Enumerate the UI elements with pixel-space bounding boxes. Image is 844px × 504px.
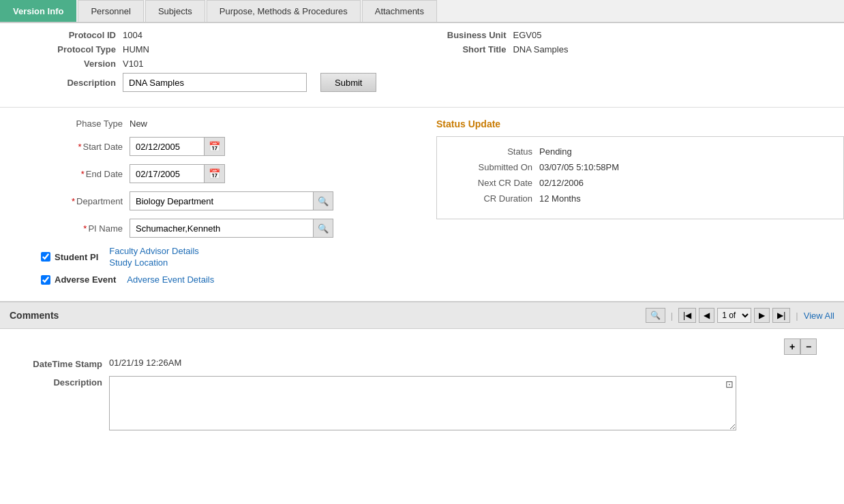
comments-header: Comments 🔍 | |◀ ◀ 1 of 1 ▶ ▶| | View All (0, 302, 844, 329)
short-title-row: Short Title DNA Samples (431, 44, 568, 54)
submitted-on-label: Submitted On (451, 162, 539, 172)
status-row: Status Pending (451, 146, 830, 157)
department-input-wrap: 🔍 (130, 191, 333, 210)
pi-name-input[interactable] (130, 219, 314, 238)
adverse-event-row: Adverse Event Adverse Event Details (41, 274, 436, 285)
business-unit-label: Business Unit (431, 30, 513, 40)
next-cr-date-label: Next CR Date (451, 178, 539, 188)
version-value: V101 (123, 59, 143, 69)
next-cr-date-row: Next CR Date 02/12/2006 (451, 178, 830, 188)
status-value: Pending (539, 146, 572, 157)
business-unit-value: EGV05 (513, 30, 541, 40)
next-cr-date-value: 02/12/2006 (539, 178, 584, 188)
short-title-label: Short Title (431, 44, 513, 54)
short-title-value: DNA Samples (513, 44, 568, 54)
start-date-label: Start Date (41, 142, 130, 152)
phase-type-row: Phase Type New (41, 119, 436, 129)
submitted-on-value: 03/07/05 5:10:58PM (539, 162, 619, 172)
tab-version-info[interactable]: Version Info (0, 0, 76, 22)
tab-attachments[interactable]: Attachments (362, 0, 437, 22)
description-row: Description ⊡ (27, 376, 817, 432)
cr-duration-value: 12 Months (539, 193, 581, 204)
last-page-button[interactable]: ▶| (772, 308, 790, 323)
end-date-label: End Date (41, 169, 130, 179)
datetime-stamp-value: 01/21/19 12:26AM (109, 358, 181, 368)
comments-title: Comments (10, 310, 59, 321)
student-pi-row: Student PI Faculty Advisor Details Study… (41, 246, 436, 268)
page-select[interactable]: 1 of 1 (717, 308, 751, 323)
comments-section: Comments 🔍 | |◀ ◀ 1 of 1 ▶ ▶| | View All… (0, 301, 844, 449)
end-date-row: End Date 📅 (41, 164, 436, 183)
protocol-type-value: HUMN (123, 44, 149, 54)
search-comments-button[interactable]: 🔍 (646, 308, 665, 323)
protocol-info-section: Protocol ID 1004 Protocol Type HUMN Vers… (0, 23, 844, 103)
start-date-row: Start Date 📅 (41, 137, 436, 156)
tab-purpose-methods[interactable]: Purpose, Methods & Procedures (207, 0, 361, 22)
prev-page-button[interactable]: ◀ (699, 308, 714, 323)
pi-name-search-button[interactable]: 🔍 (314, 219, 333, 238)
department-row: Department 🔍 (41, 191, 436, 210)
status-update-title: Status Update (436, 119, 844, 129)
datetime-stamp-row: DateTime Stamp 01/21/19 12:26AM (27, 358, 817, 369)
datetime-stamp-label: DateTime Stamp (27, 358, 109, 369)
faculty-advisor-link[interactable]: Faculty Advisor Details (109, 246, 199, 256)
department-search-button[interactable]: 🔍 (314, 191, 333, 210)
protocol-id-row: Protocol ID 1004 (41, 30, 376, 40)
submitted-on-row: Submitted On 03/07/05 5:10:58PM (451, 162, 830, 172)
tab-personnel[interactable]: Personnel (78, 0, 144, 22)
view-all-link[interactable]: View All (804, 311, 834, 321)
adverse-event-details-link[interactable]: Adverse Event Details (127, 274, 214, 285)
student-pi-label: Student PI (55, 252, 98, 262)
submit-button[interactable]: Submit (320, 73, 376, 92)
business-unit-row: Business Unit EGV05 (431, 30, 568, 40)
version-row: Version V101 (41, 59, 376, 69)
cr-duration-label: CR Duration (451, 193, 539, 204)
version-label: Version (41, 59, 123, 69)
department-input[interactable] (130, 191, 314, 210)
comments-controls: 🔍 | |◀ ◀ 1 of 1 ▶ ▶| | View All (646, 308, 834, 323)
start-date-input[interactable] (130, 137, 205, 156)
protocol-type-label: Protocol Type (41, 44, 123, 54)
protocol-id-value: 1004 (123, 30, 142, 40)
pi-name-input-wrap: 🔍 (130, 219, 333, 238)
phase-section: Phase Type New Start Date 📅 End Date 📅 D… (0, 112, 844, 298)
phase-left-panel: Phase Type New Start Date 📅 End Date 📅 D… (41, 119, 436, 292)
description-input[interactable] (123, 73, 307, 92)
cr-duration-row: CR Duration 12 Months (451, 193, 830, 204)
student-pi-checkbox[interactable] (41, 252, 50, 262)
separator2: | (796, 311, 798, 321)
start-date-calendar-button[interactable]: 📅 (205, 137, 225, 156)
status-update-panel: Status Update Status Pending Submitted O… (436, 119, 844, 292)
protocol-id-label: Protocol ID (41, 30, 123, 40)
phase-type-value: New (130, 119, 147, 129)
pi-name-label: PI Name (41, 223, 130, 234)
adverse-event-label: Adverse Event (55, 274, 116, 285)
next-page-button[interactable]: ▶ (754, 308, 770, 323)
remove-comment-button[interactable]: − (800, 338, 817, 355)
study-location-link[interactable]: Study Location (109, 257, 199, 268)
comment-description-textarea[interactable] (109, 376, 736, 430)
department-label: Department (41, 196, 130, 206)
add-comment-button[interactable]: + (784, 338, 800, 355)
separator1: | (671, 311, 673, 321)
phase-type-label: Phase Type (41, 119, 130, 129)
adverse-event-checkbox[interactable] (41, 275, 50, 285)
tab-bar: Version Info Personnel Subjects Purpose,… (0, 0, 844, 23)
comment-description-label: Description (27, 376, 109, 388)
pi-name-row: PI Name 🔍 (41, 219, 436, 238)
protocol-type-row: Protocol Type HUMN (41, 44, 376, 54)
first-page-button[interactable]: |◀ (678, 308, 696, 323)
comments-body: + − DateTime Stamp 01/21/19 12:26AM Desc… (0, 329, 844, 449)
description-row: Description Submit (41, 73, 376, 92)
student-pi-links: Faculty Advisor Details Study Location (109, 246, 199, 268)
status-box: Status Pending Submitted On 03/07/05 5:1… (436, 136, 844, 219)
description-wrap: ⊡ (109, 376, 736, 432)
tab-subjects[interactable]: Subjects (145, 0, 205, 22)
description-label: Description (41, 78, 123, 88)
end-date-input[interactable] (130, 164, 205, 183)
status-label: Status (451, 146, 539, 157)
end-date-calendar-button[interactable]: 📅 (205, 164, 225, 183)
expand-icon[interactable]: ⊡ (725, 379, 734, 390)
